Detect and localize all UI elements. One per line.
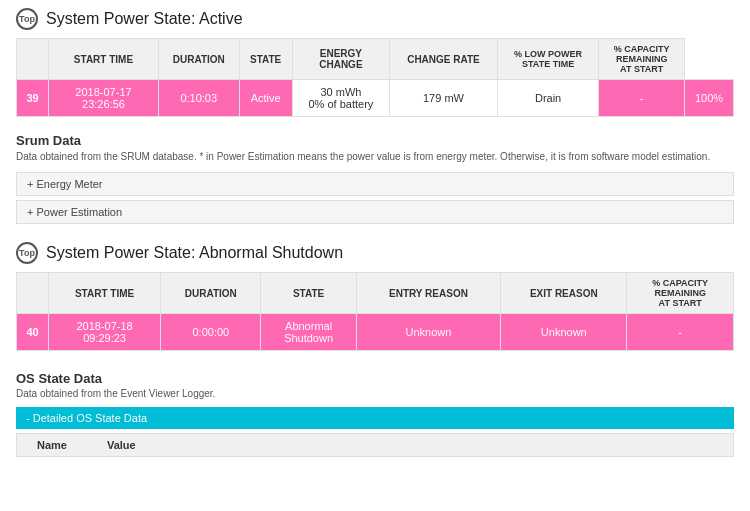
section1-title: System Power State: Active [46,10,243,28]
top-icon-2: Top [16,242,38,264]
row-energy-mwh: 30 mWh0% of battery [292,80,389,117]
srum-description: Data obtained from the SRUM database. * … [16,150,734,164]
col-state: STATE [239,39,292,80]
os-state-section: OS State Data Data obtained from the Eve… [0,363,750,461]
row2-number: 40 [17,314,49,351]
col-low-power: % LOW POWERSTATE TIME [497,39,599,80]
col-start-time: START TIME [49,39,159,80]
power-estimation-label: + Power Estimation [27,206,122,218]
col-energy: ENERGYCHANGE [292,39,389,80]
row2-entry-reason: Unknown [356,314,500,351]
os-col-value: Value [87,434,156,456]
col-capacity: % CAPACITYREMAININGAT START [599,39,685,80]
srum-section: Srum Data Data obtained from the SRUM da… [0,129,750,232]
table-row: 39 2018-07-1723:26:56 0:10:03 Active 30 … [17,80,734,117]
detailed-os-label: - Detailed OS State Data [26,412,147,424]
row2-state: AbnormalShutdown [261,314,356,351]
os-state-description: Data obtained from the Event Viewer Logg… [16,388,734,399]
os-state-title: OS State Data [16,371,734,386]
section1-header: Top System Power State: Active [16,8,734,30]
section1-table: START TIME DURATION STATE ENERGYCHANGE C… [16,38,734,117]
row2-capacity: - [627,314,734,351]
row-start-time: 2018-07-1723:26:56 [49,80,159,117]
srum-title: Srum Data [16,133,734,148]
top-icon-1: Top [16,8,38,30]
os-table-header: Name Value [16,433,734,457]
row-change-rate: 179 mW [390,80,498,117]
energy-meter-toggle[interactable]: + Energy Meter [16,172,734,196]
row-drain: Drain [497,80,599,117]
row-number: 39 [17,80,49,117]
col-change-rate: CHANGE RATE [390,39,498,80]
section2-table: START TIME DURATION STATE ENTRY REASON E… [16,272,734,351]
col2-exit-reason: EXIT REASON [501,273,627,314]
col-duration: DURATION [159,39,240,80]
section2: Top System Power State: Abnormal Shutdow… [0,232,750,363]
row2-exit-reason: Unknown [501,314,627,351]
table-row: 40 2018-07-1809:29:23 0:00:00 AbnormalSh… [17,314,734,351]
row-low-power: - [599,80,685,117]
col2-capacity: % CAPACITYREMAININGAT START [627,273,734,314]
col2-entry-reason: ENTRY REASON [356,273,500,314]
os-col-name: Name [17,434,87,456]
section1: Top System Power State: Active START TIM… [0,0,750,129]
col2-num [17,273,49,314]
power-estimation-toggle[interactable]: + Power Estimation [16,200,734,224]
section2-title: System Power State: Abnormal Shutdown [46,244,343,262]
col2-duration: DURATION [161,273,261,314]
row2-duration: 0:00:00 [161,314,261,351]
section2-header: Top System Power State: Abnormal Shutdow… [16,242,734,264]
row-state: Active [239,80,292,117]
row-duration: 0:10:03 [159,80,240,117]
row-capacity: 100% [684,80,733,117]
energy-meter-label: + Energy Meter [27,178,103,190]
col-num [17,39,49,80]
row2-start-time: 2018-07-1809:29:23 [49,314,161,351]
col2-start-time: START TIME [49,273,161,314]
col2-state: STATE [261,273,356,314]
detailed-os-state-toggle[interactable]: - Detailed OS State Data [16,407,734,429]
